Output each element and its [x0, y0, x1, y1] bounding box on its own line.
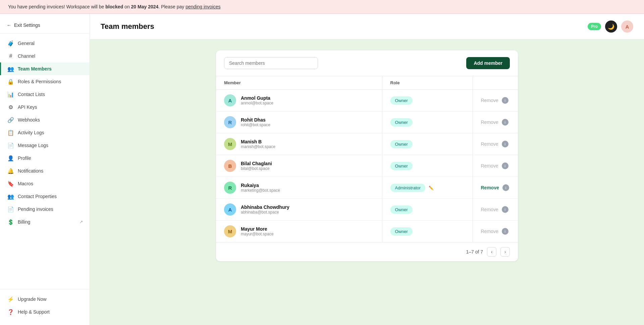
remove-button-1[interactable]: Remove [481, 120, 498, 125]
sidebar-item-team-members[interactable]: 👥 Team Members [0, 62, 90, 75]
nav-icon-roles-permissions: 🔒 [8, 79, 14, 85]
role-badge-5: Owner [390, 205, 413, 214]
action-cell-5: Remove i [473, 199, 518, 221]
role-cell-2: Owner [382, 133, 473, 155]
nav-label-macros: Macros [18, 181, 83, 186]
action-cell-1: Remove i [473, 111, 518, 133]
sidebar-item-notifications[interactable]: 🔔 Notifications [0, 165, 90, 177]
pending-banner: You have pending invoices! Workspace wil… [0, 0, 644, 14]
info-icon-4[interactable]: i [502, 184, 509, 191]
sidebar-item-billing[interactable]: 💲 Billing ↗ [0, 216, 90, 228]
sidebar-item-general[interactable]: 🧳 General [0, 37, 90, 50]
member-email-6: mayur@bot.space [241, 232, 274, 236]
nav-label-webhooks: Webhooks [18, 117, 83, 123]
nav-icon-billing: 💲 [8, 219, 14, 225]
sidebar-item-profile[interactable]: 👤 Profile [0, 152, 90, 165]
member-info-6: Mayur More mayur@bot.space [241, 226, 274, 236]
info-icon-3[interactable]: i [502, 162, 508, 169]
nav-label-contact-properties: Contact Properties [18, 194, 83, 199]
sidebar-item-help-support[interactable]: ❓ Help & Support [0, 306, 90, 318]
role-cell-5: Owner [382, 199, 473, 221]
page-title: Team members [101, 22, 154, 31]
sidebar-item-roles-permissions[interactable]: 🔒 Roles & Permissions [0, 75, 90, 88]
member-avatar-0: A [224, 94, 236, 106]
member-cell-4: R Rukaiya marketing@bot.space [216, 177, 382, 199]
info-icon-5[interactable]: i [502, 206, 508, 213]
role-badge-2: Owner [390, 140, 413, 148]
pending-invoices-link[interactable]: pending invoices [185, 4, 220, 9]
add-member-button[interactable]: Add member [466, 57, 510, 69]
sidebar-item-api-keys[interactable]: ⚙ API Keys [0, 101, 90, 113]
remove-button-0[interactable]: Remove [481, 98, 498, 103]
nav-icon-pending-invoices: 📄 [8, 206, 14, 212]
role-cell-3: Owner [382, 155, 473, 177]
sidebar-item-pending-invoices[interactable]: 📄 Pending invoices [0, 203, 90, 216]
action-cell-3: Remove i [473, 155, 518, 177]
nav-label-help-support: Help & Support [18, 309, 83, 315]
table-row: M Mayur More mayur@bot.space Owner Remov… [216, 221, 518, 242]
nav-icon-upgrade-now: ⚡ [8, 296, 14, 302]
member-cell-5: A Abhinaba Chowdhury abhinaba@bot.space [216, 199, 382, 221]
role-badge-0: Owner [390, 96, 413, 105]
sidebar-item-message-logs[interactable]: 📄 Message Logs [0, 139, 90, 152]
info-icon-6[interactable]: i [502, 228, 508, 235]
user-avatar[interactable]: A [621, 20, 633, 33]
sidebar-item-upgrade-now[interactable]: ⚡ Upgrade Now [0, 293, 90, 306]
nav-label-message-logs: Message Logs [18, 143, 83, 148]
member-email-5: abhinaba@bot.space [241, 210, 289, 215]
member-name-3: Bilal Chaglani [241, 161, 272, 166]
sidebar-top: ← Exit Settings [0, 14, 90, 34]
remove-button-5[interactable]: Remove [481, 207, 498, 212]
role-badge-4: Administrator [390, 184, 426, 192]
main-content: Team members Pro 🌙 A Add member [90, 14, 644, 325]
remove-button-4[interactable]: Remove [481, 185, 499, 190]
remove-button-6[interactable]: Remove [481, 229, 498, 234]
nav-icon-general: 🧳 [8, 40, 14, 46]
member-cell-3: B Bilal Chaglani bilal@bot.space [216, 155, 382, 177]
col-header-member: Member [216, 76, 382, 90]
member-cell-0: A Anmol Gupta anmol@bot.space [216, 90, 382, 111]
info-icon-2[interactable]: i [502, 141, 508, 147]
nav-label-api-keys: API Keys [18, 104, 83, 110]
pro-badge: Pro [588, 23, 601, 30]
sidebar-bottom: ⚡ Upgrade Now ❓ Help & Support [0, 289, 90, 325]
nav-icon-help-support: ❓ [8, 309, 14, 315]
pagination-next-button[interactable]: › [500, 247, 510, 257]
nav-icon-profile: 👤 [8, 155, 14, 161]
remove-button-3[interactable]: Remove [481, 163, 498, 169]
theme-toggle-button[interactable]: 🌙 [605, 20, 617, 33]
pagination-prev-button[interactable]: ‹ [487, 247, 496, 257]
table-row: A Anmol Gupta anmol@bot.space Owner Remo… [216, 90, 518, 111]
nav-icon-channel: # [8, 53, 14, 59]
nav-label-activity-logs: Activity Logs [18, 130, 83, 135]
table-row: M Manish B manish@bot.space Owner Remove… [216, 133, 518, 155]
member-email-3: bilal@bot.space [241, 166, 272, 171]
member-avatar-6: M [224, 225, 236, 237]
exit-settings-button[interactable]: ← Exit Settings [5, 20, 84, 30]
sidebar-item-contact-properties[interactable]: 👥 Contact Properties [0, 190, 90, 203]
page-header: Team members Pro 🌙 A [90, 14, 644, 40]
nav-label-team-members: Team Members [18, 66, 83, 72]
page-body: Add member Member Role A [90, 40, 644, 325]
table-row: R Rukaiya marketing@bot.space Administra… [216, 177, 518, 199]
member-name-0: Anmol Gupta [241, 95, 273, 101]
info-icon-0[interactable]: i [502, 97, 508, 104]
edit-role-icon[interactable]: ✏️ [429, 186, 434, 190]
sidebar-nav: 🧳 General # Channel 👥 Team Members 🔒 Rol… [0, 34, 90, 289]
search-input[interactable] [224, 57, 318, 69]
nav-icon-contact-properties: 👥 [8, 193, 14, 199]
sidebar: ← Exit Settings 🧳 General # Channel 👥 Te… [0, 14, 90, 325]
member-name-4: Rukaiya [241, 183, 280, 188]
member-info-1: Rohit Dhas rohit@bot.space [241, 117, 270, 127]
remove-button-2[interactable]: Remove [481, 141, 498, 147]
sidebar-item-contact-lists[interactable]: 📊 Contact Lists [0, 88, 90, 101]
sidebar-item-activity-logs[interactable]: 📋 Activity Logs [0, 126, 90, 139]
member-avatar-4: R [224, 182, 236, 194]
info-icon-1[interactable]: i [502, 119, 508, 126]
sidebar-item-channel[interactable]: # Channel [0, 50, 90, 62]
nav-label-pending-invoices: Pending invoices [18, 206, 83, 212]
sidebar-item-webhooks[interactable]: 🔗 Webhooks [0, 113, 90, 126]
sidebar-item-macros[interactable]: 🔖 Macros [0, 177, 90, 190]
member-email-0: anmol@bot.space [241, 101, 273, 105]
members-card: Add member Member Role A [216, 50, 518, 261]
